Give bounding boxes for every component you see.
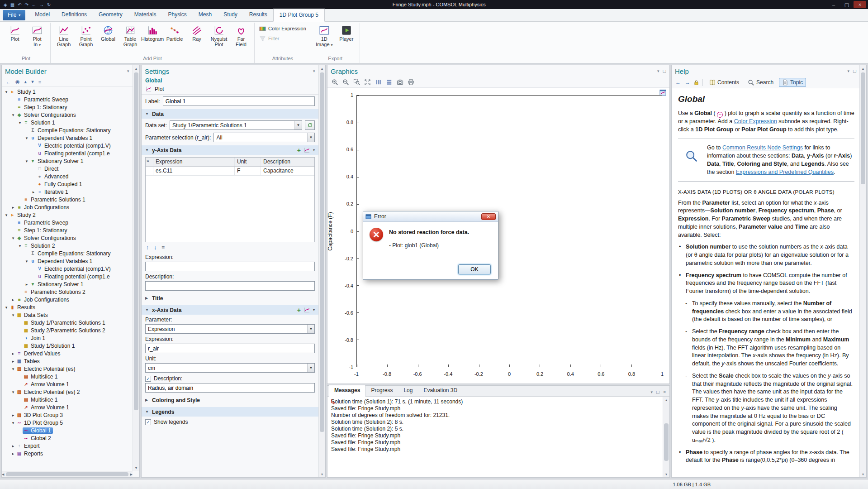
- tree-closed-icon[interactable]: ▸: [10, 359, 16, 364]
- lock-icon[interactable]: [693, 80, 699, 86]
- tree-open-icon[interactable]: ▾: [10, 367, 16, 371]
- back-icon[interactable]: ←: [32, 2, 36, 7]
- scroll-down-icon[interactable]: ▼: [133, 465, 139, 471]
- tree-item-electric-potential-es[interactable]: ▾▨Electric Potential (es): [2, 365, 132, 373]
- tree-item-reports[interactable]: ▸▤Reports: [2, 450, 132, 457]
- x-parameter-select[interactable]: Expression ▼: [145, 324, 315, 334]
- table-graph-button[interactable]: TableGraph: [119, 23, 141, 48]
- messages-scrollbar[interactable]: ▲ ▼: [663, 397, 669, 477]
- panel-menu-icon[interactable]: ▾: [313, 69, 315, 73]
- tree-open-icon[interactable]: ▾: [4, 305, 9, 310]
- section-data[interactable]: ▼ Data: [142, 109, 318, 119]
- error-dialog-titlebar[interactable]: Error ✕: [363, 211, 498, 222]
- ribbon-tab-mesh[interactable]: Mesh: [193, 9, 218, 21]
- tab-log[interactable]: Log: [398, 385, 418, 396]
- section-y-axis-data[interactable]: ▼ y-Axis Data + ▾: [142, 145, 318, 155]
- tree-item-3d-plot-group-3[interactable]: ▸▨3D Plot Group 3: [2, 411, 132, 419]
- tree-closed-icon[interactable]: ▸: [31, 190, 36, 194]
- tree-item-parametric-solutions-1[interactable]: ≡Parametric Solutions 1: [2, 196, 132, 203]
- tree-open-icon[interactable]: ▾: [10, 390, 16, 394]
- replace-expression-icon[interactable]: [304, 307, 310, 313]
- tree-open-icon[interactable]: ▾: [4, 90, 9, 94]
- tree-item-iterative-1[interactable]: ▸○Iterative 1: [2, 188, 132, 196]
- tree-open-icon[interactable]: ▾: [17, 120, 23, 125]
- tree-item-job-configurations[interactable]: ▸■Job Configurations: [2, 203, 132, 211]
- tree-item-tables[interactable]: ▸▦Tables: [2, 357, 132, 365]
- x-description-input[interactable]: [145, 383, 315, 393]
- minimize-button[interactable]: –: [827, 1, 840, 8]
- tree-item-solver-configurations[interactable]: ▾◆Solver Configurations: [2, 111, 132, 119]
- y-expression-input[interactable]: [145, 262, 315, 271]
- dataset-select[interactable]: Study 1/Parametric Solutions 1 ▼: [170, 120, 302, 130]
- tree-item-floating-potential-comp1-e[interactable]: uFloating potential (comp1.e: [2, 149, 132, 157]
- plot-button[interactable]: Plot: [155, 86, 164, 92]
- tree-open-icon[interactable]: ▾: [4, 213, 9, 217]
- table-row[interactable]: es.C11FCapacitance: [146, 167, 314, 176]
- scroll-left-icon[interactable]: ◀: [2, 471, 4, 478]
- dialog-close-button[interactable]: ✕: [481, 213, 496, 220]
- tree-item-compile-equations-stationary[interactable]: ΣCompile Equations: Stationary: [2, 126, 132, 134]
- tree-item-solution-2[interactable]: ▾=Solution 2: [2, 242, 132, 249]
- tree-item-electric-potential-comp1-v[interactable]: VElectric potential (comp1.V): [2, 265, 132, 273]
- tree-item-dependent-variables-1[interactable]: ▾uDependent Variables 1: [2, 134, 132, 142]
- panel-float-icon[interactable]: ▢: [662, 69, 666, 73]
- line-graph-button[interactable]: LineGraph: [53, 23, 75, 48]
- tree-item-stationary-solver-1[interactable]: ▾▼Stationary Solver 1: [2, 157, 132, 165]
- graphics-canvas[interactable]: Capacitance (F) 10.80.60.40.20-0.2-0.4-0…: [327, 88, 669, 384]
- ribbon-tab-study[interactable]: Study: [218, 9, 243, 21]
- visibility-icon[interactable]: ◉: [15, 79, 20, 85]
- scroll-up-icon[interactable]: ▲: [663, 397, 669, 403]
- move-down-icon[interactable]: ↓: [154, 244, 157, 251]
- tree-item-job-configurations[interactable]: ▸■Job Configurations: [2, 296, 132, 303]
- tree-closed-icon[interactable]: ▸: [10, 413, 16, 417]
- panel-float-icon[interactable]: ▢: [853, 69, 857, 73]
- show-legends-checkbox[interactable]: ✓: [145, 419, 151, 425]
- ribbon-tab-1d-plot-group-5[interactable]: 1D Plot Group 5: [273, 9, 325, 22]
- tree-item-arrow-volume-1[interactable]: ↗Arrow Volume 1: [2, 380, 132, 388]
- scroll-down-icon[interactable]: ▼: [319, 471, 325, 477]
- tree-item-study-2[interactable]: ▾►Study 2: [2, 211, 132, 219]
- y-description-input[interactable]: [145, 281, 315, 291]
- ok-button[interactable]: OK: [458, 264, 491, 274]
- tree-open-icon[interactable]: ▾: [10, 421, 16, 425]
- tree-item-fully-coupled-1[interactable]: ●Fully Coupled 1: [2, 180, 132, 188]
- plot-button[interactable]: Plot: [4, 23, 26, 42]
- help-forward-icon[interactable]: →: [684, 79, 691, 86]
- x-description-checkbox[interactable]: ✓: [145, 376, 151, 382]
- tree-closed-icon[interactable]: ▸: [24, 282, 29, 287]
- tree-item-direct[interactable]: □Direct: [2, 165, 132, 173]
- view-bars-horizontal-icon[interactable]: [386, 79, 393, 86]
- model-tree-scrollbar[interactable]: ▲ ▼: [133, 65, 139, 471]
- ribbon-tab-definitions[interactable]: Definitions: [56, 9, 93, 21]
- tree-open-icon[interactable]: ▾: [17, 244, 23, 248]
- tree-item-study-2-parametric-solutions-2[interactable]: ▦Study 2/Parametric Solutions 2: [2, 326, 132, 334]
- tree-item-stationary-solver-1[interactable]: ▸▼Stationary Solver 1: [2, 280, 132, 288]
- tree-item-compile-equations-stationary[interactable]: ΣCompile Equations: Stationary: [2, 249, 132, 257]
- scroll-up-icon[interactable]: ▲: [319, 65, 325, 72]
- label-input[interactable]: [163, 96, 315, 106]
- save-icon[interactable]: ▦: [10, 2, 14, 7]
- tree-item-solver-configurations[interactable]: ▾◆Solver Configurations: [2, 234, 132, 242]
- print-icon[interactable]: [408, 79, 414, 86]
- tree-item-step-1-stationary[interactable]: =Step 1: Stationary: [2, 103, 132, 111]
- tree-item-export[interactable]: ▸↑Export: [2, 442, 132, 450]
- x-unit-select[interactable]: cm ▼: [145, 363, 315, 373]
- help-link[interactable]: Expressions and Predefined Quantities: [736, 169, 834, 175]
- tree-item-electric-potential-es-2[interactable]: ▾▨Electric Potential (es) 2: [2, 388, 132, 396]
- zoom-box-icon[interactable]: [353, 79, 360, 86]
- tree-item-parametric-solutions-2[interactable]: ≡Parametric Solutions 2: [2, 288, 132, 296]
- color-expression-button[interactable]: Color Expression: [257, 24, 308, 33]
- tree-item-arrow-volume-1[interactable]: ↗Arrow Volume 1: [2, 403, 132, 411]
- add-expression-icon[interactable]: +: [297, 148, 301, 153]
- tab-messages[interactable]: Messages: [329, 385, 365, 397]
- file-menu-button[interactable]: File ▾: [3, 10, 25, 20]
- player-button[interactable]: Player: [336, 23, 357, 42]
- tree-closed-icon[interactable]: ▸: [10, 444, 16, 448]
- tree-item-solution-1[interactable]: ▾=Solution 1: [2, 119, 132, 126]
- section-legends[interactable]: ▼ Legends: [142, 407, 318, 417]
- snapshot-icon[interactable]: [397, 79, 403, 86]
- help-link[interactable]: Color Expression: [734, 118, 777, 125]
- move-up-icon[interactable]: ↑: [146, 244, 149, 251]
- tree-item-step-1-stationary[interactable]: =Step 1: Stationary: [2, 226, 132, 234]
- tree-item-parametric-sweep[interactable]: ≡Parametric Sweep: [2, 219, 132, 226]
